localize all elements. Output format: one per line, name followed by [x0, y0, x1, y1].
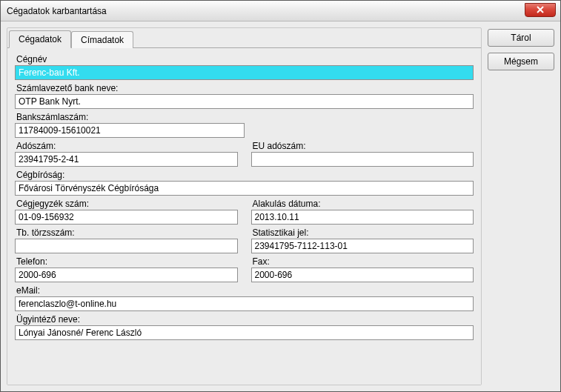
cegbirosag-label: Cégbíróság: [15, 170, 474, 180]
title-bar: Cégadatok karbantartása [1, 1, 560, 21]
tab-cimadatok[interactable]: Címadatok [71, 31, 133, 48]
stat-jel-input[interactable] [251, 239, 474, 253]
adoszam-input[interactable] [15, 152, 238, 167]
eu-adoszam-label: EU adószám: [251, 141, 474, 151]
ugyintezo-label: Ügyintéző neve: [15, 314, 474, 325]
alak-datum-input[interactable] [251, 210, 474, 225]
cegjegyzek-input[interactable] [15, 210, 238, 225]
tab-page-cegadatok: Cégnév Számlavezető bank neve: Bankszáml… [7, 47, 481, 385]
tab-cegadatok[interactable]: Cégadatok [9, 30, 71, 48]
bankneve-input[interactable] [15, 94, 474, 109]
tab-container: Cégadatok Címadatok Cégnév Számlavezető … [7, 27, 482, 385]
alak-datum-label: Alakulás dátuma: [251, 199, 474, 209]
email-label: eMail: [15, 285, 474, 296]
tb-torzsszam-label: Tb. törzsszám: [15, 227, 238, 238]
eu-adoszam-input[interactable] [251, 152, 474, 167]
ugyintezo-input[interactable] [15, 325, 474, 340]
close-button[interactable] [525, 3, 556, 17]
client-area: Cégadatok Címadatok Cégnév Számlavezető … [1, 21, 560, 391]
stat-jel-label: Statisztikai jel: [251, 227, 474, 238]
tab-strip: Cégadatok Címadatok [7, 30, 481, 47]
email-input[interactable] [15, 296, 474, 311]
adoszam-label: Adószám: [15, 141, 238, 151]
cegbirosag-input[interactable] [15, 181, 474, 196]
button-column: Tárol Mégsem [488, 27, 554, 385]
bankszamla-input[interactable] [15, 123, 245, 138]
fax-input[interactable] [251, 268, 474, 282]
window-frame: Cégadatok karbantartása Cégadatok Címada… [0, 0, 561, 392]
save-button[interactable]: Tárol [488, 29, 554, 47]
telefon-label: Telefon: [15, 256, 238, 267]
cegjegyzek-label: Cégjegyzék szám: [15, 199, 238, 209]
cegnev-input[interactable] [15, 65, 474, 80]
telefon-input[interactable] [15, 268, 238, 282]
fax-label: Fax: [251, 256, 474, 267]
cancel-button[interactable]: Mégsem [488, 53, 554, 70]
bankneve-label: Számlavezető bank neve: [15, 83, 474, 93]
cegnev-label: Cégnév [15, 54, 474, 64]
bankszamla-label: Bankszámlaszám: [15, 112, 245, 122]
window-title: Cégadatok karbantartása [7, 6, 107, 16]
close-icon [537, 5, 544, 16]
tb-torzsszam-input[interactable] [15, 239, 238, 253]
